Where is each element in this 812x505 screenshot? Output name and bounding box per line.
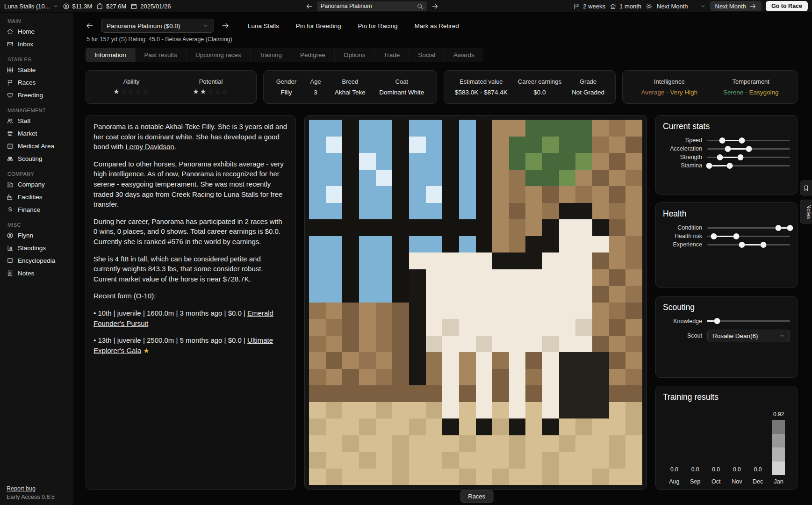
slider-track[interactable] (707, 163, 790, 169)
current-stats-rows: SpeedAccelerationStrengthStamina (663, 136, 790, 170)
trait-value-part: Easygoing (749, 89, 778, 96)
next-month-button[interactable]: Next Month (710, 1, 762, 11)
slider-handle[interactable] (706, 163, 712, 169)
tab-trade[interactable]: Trade (374, 48, 409, 62)
text-segment: During her career, Panorama has particip… (93, 217, 282, 245)
slider-label: Acceleration (663, 145, 702, 152)
slider-handle[interactable] (725, 146, 731, 152)
star-filled-icon: ★ (113, 87, 120, 95)
chart-value-label: 0.0 (691, 466, 699, 473)
search-back-button[interactable] (306, 3, 313, 10)
right-column: Current stats SpeedAccelerationStrengthS… (655, 115, 798, 490)
inline-link[interactable]: Leroy Davidson (125, 143, 174, 151)
notes-tab[interactable]: Notes (800, 200, 812, 224)
description-paragraph: She is 4 ft8 in tall, which can be consi… (93, 254, 288, 284)
horse-image-panel (304, 115, 647, 490)
slider-handle[interactable] (746, 146, 752, 152)
sidebar-item-company[interactable]: Company (7, 178, 68, 191)
tab-information[interactable]: Information (86, 48, 136, 62)
arrow-left-icon (306, 3, 313, 10)
sidebar-item-breeding[interactable]: Breeding (7, 89, 68, 101)
sidebar-item-races[interactable]: Races (7, 76, 68, 89)
search-input[interactable] (321, 3, 414, 9)
go-to-race-button[interactable]: Go to Race (766, 1, 808, 11)
slider-handle[interactable] (737, 154, 743, 160)
settings-button[interactable] (646, 3, 653, 10)
home-period-indicator[interactable]: 1 month (610, 3, 641, 10)
slider-handle[interactable] (711, 233, 717, 239)
slider-handle[interactable] (717, 154, 723, 160)
report-bug-link[interactable]: Report bug (7, 485, 36, 492)
sidebar-item-staff[interactable]: Staff (7, 115, 68, 127)
sidebar-item-facilities[interactable]: Facilities (7, 191, 68, 203)
trait-label: Temperament (723, 78, 779, 85)
text-segment: Panorama is a notable Akhal-Teke Filly. … (93, 123, 287, 151)
slider-handle[interactable] (719, 137, 725, 144)
slider-handle[interactable] (739, 242, 745, 248)
star-empty-icon: ☆ (207, 87, 214, 95)
slider-handle[interactable] (739, 137, 745, 144)
action-pin-for-racing[interactable]: Pin for Racing (358, 22, 398, 29)
slider-track[interactable] (707, 233, 790, 239)
slider-label: Stamina (663, 162, 702, 169)
slider-track[interactable] (707, 154, 790, 160)
sidebar-item-medical-area[interactable]: Medical Area (7, 140, 68, 152)
horse-select[interactable]: Panorama Platinum ($0.0) (101, 19, 214, 33)
slider-track[interactable] (707, 225, 790, 231)
slider-handle[interactable] (761, 242, 767, 248)
action-mark-as-retired[interactable]: Mark as Retired (414, 22, 459, 29)
traits-card: IntelligenceAverage - Very HighTemperame… (622, 70, 798, 104)
tab-pedigree[interactable]: Pedigree (291, 48, 335, 62)
tab-social[interactable]: Social (409, 48, 445, 62)
slider-track[interactable] (707, 146, 790, 152)
text-segment: • 13th | juvenile | 2500.0m | 5 months a… (93, 336, 247, 344)
search-forward-button[interactable] (431, 3, 438, 10)
sidebar-item-market[interactable]: Market (7, 127, 68, 140)
star-filled-icon: ★ (200, 87, 207, 95)
sidebar-item-flynn[interactable]: Flynn (7, 229, 68, 242)
facilities-icon (7, 194, 14, 201)
sidebar-item-encyclopedia[interactable]: Encyclopedia (7, 254, 68, 267)
next-horse-button[interactable] (221, 22, 230, 30)
action-luna-stalls[interactable]: Luna Stalls (248, 22, 279, 29)
prev-horse-button[interactable] (86, 22, 94, 30)
search-box[interactable] (317, 1, 427, 11)
company-icon (7, 181, 14, 188)
slider-handle[interactable] (776, 225, 782, 231)
stable-switcher[interactable]: Luna Stalls (10... (4, 3, 58, 10)
field-label: Estimated value (455, 78, 508, 85)
slider-track[interactable] (707, 318, 790, 324)
training-results-panel: Training results 0.0Aug0.0Sep0.0Oct0.0No… (655, 386, 798, 490)
tab-options[interactable]: Options (335, 48, 375, 62)
slider-track[interactable] (707, 242, 790, 248)
sidebar-item-finance[interactable]: Finance (7, 203, 68, 216)
trait-value-part: Average (641, 89, 664, 96)
slider-handle[interactable] (726, 163, 733, 169)
sidebar-item-label: Scouting (18, 155, 43, 162)
turn-length-select[interactable]: Next Month (657, 3, 705, 10)
calendar-icon (130, 3, 137, 10)
tab-upcoming-races[interactable]: Upcoming races (187, 48, 251, 62)
sidebar-item-standings[interactable]: Standings (7, 242, 68, 254)
sidebar-item-stable[interactable]: Stable (7, 64, 68, 76)
slider-handle[interactable] (733, 233, 739, 239)
tab-training[interactable]: Training (251, 48, 291, 62)
star-empty-icon: ☆ (215, 87, 222, 95)
action-pin-for-breeding[interactable]: Pin for Breeding (296, 22, 341, 29)
slider-handle[interactable] (787, 225, 793, 231)
slider-handle[interactable] (714, 318, 720, 324)
flag-period-indicator[interactable]: 2 weeks (573, 3, 605, 10)
current-stats-panel: Current stats SpeedAccelerationStrengthS… (655, 115, 798, 195)
bookmark-tab[interactable] (800, 180, 812, 195)
tab-awards[interactable]: Awards (445, 48, 483, 62)
sidebar-item-scouting[interactable]: Scouting (7, 152, 68, 165)
slider-track[interactable] (707, 137, 790, 144)
races-button[interactable]: Races (460, 490, 493, 503)
field-label: Breed (335, 78, 366, 85)
star-empty-icon: ☆ (135, 87, 142, 95)
tab-past-results[interactable]: Past results (136, 48, 187, 62)
sidebar-item-home[interactable]: Home (7, 25, 68, 38)
scout-select[interactable]: Rosalie Dean(6) (707, 330, 790, 342)
sidebar-item-notes[interactable]: Notes (7, 267, 68, 280)
sidebar-item-inbox[interactable]: Inbox (7, 38, 68, 50)
